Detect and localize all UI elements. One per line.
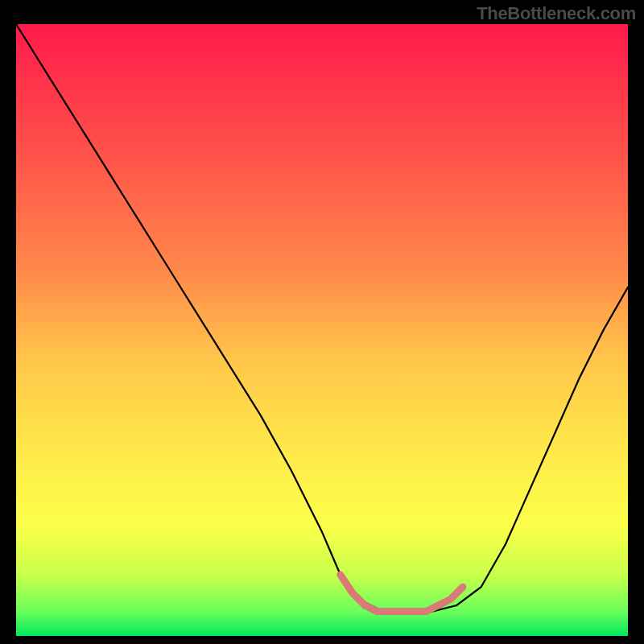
- gradient-background: [16, 24, 628, 636]
- bottleneck-chart: [16, 24, 628, 636]
- watermark-label: TheBottleneck.com: [477, 3, 636, 24]
- chart-frame: TheBottleneck.com: [0, 0, 644, 644]
